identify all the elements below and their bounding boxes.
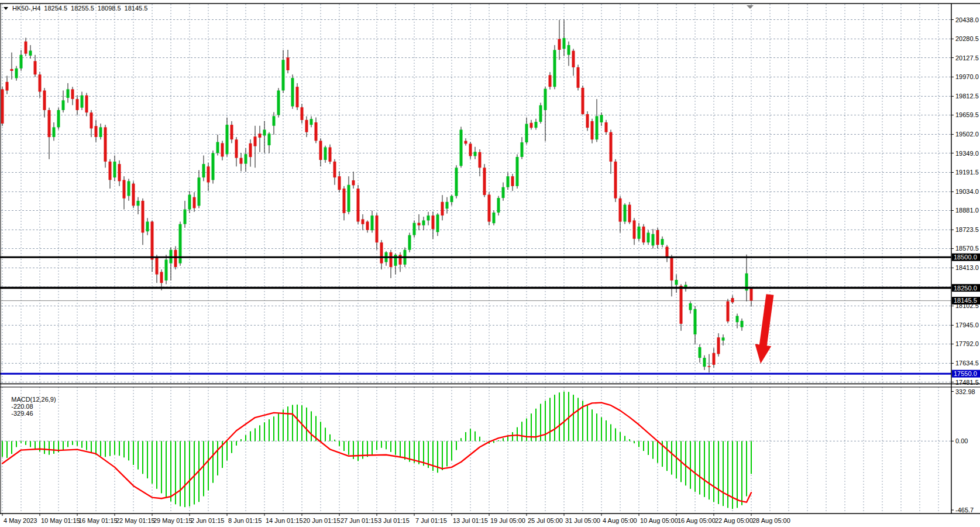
- bear-candle: [670, 256, 673, 280]
- bull-candle: [699, 347, 702, 358]
- sell-arrow-annotation[interactable]: [752, 293, 778, 365]
- bull-candle: [165, 259, 168, 280]
- bear-candle: [235, 139, 238, 158]
- bear-candle: [577, 67, 580, 88]
- time-tick-label: 4 Aug 05:00: [603, 517, 637, 524]
- bear-candle: [628, 205, 631, 223]
- price-level-label: 18250.0: [954, 285, 977, 292]
- bull-candle: [137, 201, 140, 206]
- bear-candle: [642, 227, 645, 242]
- bull-candle: [736, 316, 739, 323]
- bear-candle: [572, 51, 575, 67]
- bear-candle: [160, 272, 163, 283]
- macd-signal-value: -329.46: [11, 410, 33, 417]
- bear-candle: [25, 42, 27, 54]
- bull-candle: [521, 142, 524, 157]
- price-tick-label: 18413.0: [955, 264, 979, 271]
- price-tick-label: 18723.5: [955, 226, 979, 233]
- bull-candle: [310, 119, 313, 125]
- time-axis[interactable]: [2, 514, 751, 516]
- bear-candle: [352, 180, 355, 185]
- bar-shift-marker-icon[interactable]: [747, 5, 754, 9]
- price-tick-label: 18570.5: [955, 245, 979, 252]
- bull-candle: [624, 205, 627, 222]
- bull-candle: [15, 69, 18, 78]
- time-tick-label: 2 Jun 01:15: [191, 517, 225, 524]
- bull-candle: [324, 148, 327, 160]
- bear-candle: [315, 122, 318, 141]
- time-tick-label: 4 May 2023: [4, 517, 37, 524]
- bull-candle: [474, 152, 477, 156]
- bull-candle: [539, 105, 542, 122]
- time-tick-label: 7 Jul 01:15: [415, 517, 447, 524]
- bull-candle: [114, 162, 116, 177]
- bull-candle: [507, 176, 510, 187]
- bear-candle: [708, 366, 711, 367]
- bull-candle: [53, 127, 56, 137]
- symbol-period-label: HK50-,H4: [12, 5, 40, 12]
- bull-candle: [282, 60, 285, 90]
- bull-candle: [497, 198, 500, 213]
- bull-candle: [146, 222, 149, 232]
- bull-candle: [455, 167, 458, 196]
- mt4-chart-window: 20438.020280.520127.519970.019812.519659…: [0, 0, 980, 527]
- price-tick-label: 19034.0: [955, 188, 979, 195]
- bull-candle: [446, 202, 449, 209]
- bear-candle: [109, 162, 112, 180]
- bull-candle: [81, 95, 84, 108]
- bull-candle: [741, 321, 744, 327]
- bear-candle: [90, 112, 93, 128]
- bear-candle: [156, 257, 159, 274]
- time-tick-label: 28 Aug 05:00: [752, 517, 790, 524]
- bear-candle: [376, 215, 379, 242]
- bear-candle: [123, 180, 126, 198]
- time-tick-label: 10 Aug 05:00: [640, 517, 678, 524]
- bull-candle: [652, 234, 655, 246]
- price-chart-canvas[interactable]: 20438.020280.520127.519970.019812.519659…: [0, 0, 980, 527]
- bear-candle: [357, 189, 360, 222]
- macd-params-label: MACD(12,26,9): [11, 396, 56, 403]
- bull-candle: [422, 220, 425, 225]
- bull-candle: [408, 235, 411, 250]
- bear-candle: [362, 219, 365, 224]
- time-tick-label: 13 Jul 01:15: [453, 517, 488, 524]
- bear-candle: [240, 158, 243, 164]
- bear-candle: [142, 201, 145, 232]
- bear-candle: [483, 167, 486, 195]
- bull-candle: [57, 110, 60, 127]
- bear-candle: [441, 202, 444, 215]
- bull-candle: [535, 122, 538, 128]
- bull-candle: [277, 91, 280, 115]
- symbol-dropdown-icon[interactable]: [4, 7, 8, 10]
- bear-candle: [731, 298, 734, 302]
- macd-axis-label: 0.00: [955, 437, 968, 444]
- bull-candle: [67, 89, 70, 98]
- bear-candle: [717, 337, 720, 354]
- bear-candle: [85, 95, 88, 112]
- bull-candle: [99, 127, 102, 137]
- bear-candle: [104, 127, 107, 162]
- bull-candle: [202, 164, 205, 177]
- bull-candle: [212, 153, 215, 180]
- bear-candle: [727, 302, 730, 321]
- bull-candle: [553, 50, 556, 87]
- bull-candle: [525, 124, 528, 143]
- bull-candle: [216, 142, 219, 153]
- bear-candle: [151, 222, 154, 260]
- bear-candle: [11, 69, 13, 71]
- bear-candle: [207, 166, 210, 182]
- bear-candle: [249, 143, 252, 157]
- bull-candle: [600, 115, 603, 122]
- bear-candle: [296, 87, 299, 107]
- bear-candle: [34, 61, 37, 74]
- bear-candle: [713, 353, 716, 365]
- bull-candle: [273, 116, 276, 126]
- time-tick-label: 8 Jun 01:15: [228, 517, 262, 524]
- bear-candle: [43, 91, 46, 111]
- price-tick-label: 20127.5: [955, 54, 979, 61]
- bull-candle: [29, 51, 32, 56]
- price-tick-label: 19349.0: [955, 150, 979, 157]
- bear-candle: [48, 110, 51, 137]
- bear-candle: [71, 89, 74, 99]
- price-tick-label: 19812.5: [955, 93, 979, 100]
